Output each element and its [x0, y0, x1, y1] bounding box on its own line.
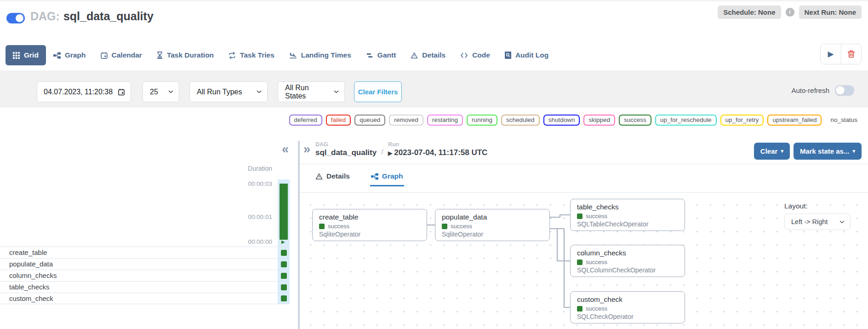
state-badge-removed[interactable]: removed — [389, 115, 423, 126]
tab-label: Gantt — [377, 51, 396, 59]
toggle-knob — [16, 14, 23, 22]
graph-node-create-table[interactable]: create_table success SqliteOperator — [312, 209, 427, 241]
breadcrumb-dag-value[interactable]: sql_data_quality — [315, 148, 377, 157]
page-size-select[interactable]: 25 — [143, 81, 179, 102]
retry-arrows-icon — [228, 52, 236, 59]
base-date-input[interactable] — [44, 88, 113, 96]
task-row-table-checks[interactable]: table_checks — [0, 281, 290, 293]
task-instance-cell[interactable] — [278, 293, 290, 304]
run-states-select[interactable]: All Run States — [278, 81, 345, 102]
state-badge-running[interactable]: running — [467, 115, 497, 126]
plane-landing-icon — [289, 52, 297, 59]
tab-grid[interactable]: Grid — [6, 45, 46, 65]
graph-node-column-checks[interactable]: column_checks success SQLColumnCheckOper… — [570, 245, 685, 277]
graph-icon — [371, 173, 378, 180]
state-badge-up-for-retry[interactable]: up_for_retry — [720, 115, 764, 126]
run-tab-details[interactable]: Details — [314, 169, 351, 186]
state-badge-upstream-failed[interactable]: upstream_failed — [767, 115, 822, 126]
base-date-field[interactable] — [37, 81, 131, 102]
state-badge-up-for-reschedule[interactable]: up_for_reschedule — [655, 115, 717, 126]
duration-tick: 00:00:03 — [248, 180, 272, 187]
toggle-knob — [836, 86, 845, 95]
dag-pause-toggle[interactable] — [6, 13, 25, 23]
expand-panel-icon[interactable]: » — [303, 142, 310, 156]
page-header: DAG:sql_data_quality Schedule: None i Ne… — [0, 3, 868, 31]
auto-refresh-control: Auto-refresh — [791, 85, 854, 96]
state-badge-skipped[interactable]: skipped — [583, 115, 615, 126]
tab-label: Task Tries — [240, 51, 274, 59]
breadcrumb-run-value[interactable]: ▶2023-07-04, 11:17:58 UTC — [388, 148, 487, 157]
node-state: success — [586, 213, 607, 219]
node-title: create_table — [319, 213, 420, 221]
duration-axis-label: Duration — [248, 165, 272, 172]
tab-label: Landing Times — [301, 51, 351, 59]
state-badge-scheduled[interactable]: scheduled — [501, 115, 540, 126]
auto-refresh-toggle[interactable] — [835, 85, 854, 96]
node-state: success — [328, 223, 349, 230]
state-badge-shutdown[interactable]: shutdown — [543, 115, 580, 126]
run-types-select[interactable]: All Run Types — [189, 81, 268, 102]
task-instance-cell[interactable] — [278, 282, 290, 293]
run-type-play-icon: ▶ — [388, 150, 392, 156]
run-tab-graph[interactable]: Graph — [370, 169, 404, 186]
tab-landing-times[interactable]: Landing Times — [282, 45, 359, 65]
graph-node-custom-check[interactable]: custom_check success SQLCheckOperator — [570, 291, 685, 323]
filter-bar: 25 All Run Types All Run States Clear Fi… — [0, 70, 868, 108]
mark-state-button[interactable]: Mark state as...▾ — [794, 143, 862, 160]
tab-code[interactable]: Code — [453, 45, 497, 65]
node-title: table_checks — [577, 203, 678, 211]
chevron-down-icon — [168, 90, 173, 93]
node-state: success — [451, 223, 472, 230]
tab-graph[interactable]: Graph — [46, 45, 93, 65]
tab-audit-log[interactable]: Audit Log — [497, 45, 556, 65]
task-instance-cell[interactable] — [278, 247, 290, 258]
state-badge-success[interactable]: success — [619, 115, 651, 126]
task-instance-cell[interactable] — [278, 270, 290, 281]
state-badge-restarting[interactable]: restarting — [427, 115, 463, 126]
dag-run-duration-bar[interactable]: ▶ — [278, 179, 290, 247]
task-row-column-checks[interactable]: column_checks — [0, 270, 290, 281]
graph-layout-control: Layout: Left -> Right — [784, 202, 851, 230]
state-badge-queued[interactable]: queued — [354, 115, 385, 126]
graph-node-populate-data[interactable]: populate_data success SqliteOperator — [435, 209, 550, 241]
node-operator: SqliteOperator — [442, 231, 543, 238]
tab-task-tries[interactable]: Task Tries — [221, 45, 282, 65]
task-row-populate-data[interactable]: populate_data — [0, 258, 290, 270]
state-badge-deferred[interactable]: deferred — [289, 115, 322, 126]
run-states-value: All Run States — [285, 84, 329, 100]
clear-run-button[interactable]: Clear▾ — [754, 143, 790, 160]
main-content: « Duration 00:00:03 00:00:01 00:00:00 ▶ … — [0, 141, 868, 329]
success-square — [577, 306, 582, 312]
state-badge-no-status[interactable]: no_status — [825, 115, 862, 126]
layout-direction-select[interactable]: Left -> Right — [784, 214, 851, 230]
tab-label: Details — [326, 172, 350, 180]
task-list: create_table populate_data column_checks… — [0, 247, 290, 304]
tab-details[interactable]: Details — [403, 45, 453, 65]
run-detail-tabs: Details Graph — [314, 169, 404, 186]
task-row-create-table[interactable]: create_table — [0, 247, 290, 258]
tab-gantt[interactable]: Gantt — [359, 45, 403, 65]
node-operator: SQLTableCheckOperator — [577, 220, 678, 228]
info-icon[interactable]: i — [786, 8, 794, 17]
dag-label: DAG: — [30, 10, 60, 23]
tab-calendar[interactable]: Calendar — [93, 45, 149, 65]
node-state: success — [586, 259, 607, 266]
collapse-panel-icon[interactable]: « — [282, 142, 289, 156]
tab-label: Graph — [382, 172, 403, 180]
graph-node-table-checks[interactable]: table_checks success SQLTableCheckOperat… — [570, 199, 685, 231]
tab-label: Calendar — [112, 51, 142, 59]
breadcrumb-separator: / — [381, 148, 383, 157]
airflow-dag-page: DAG:sql_data_quality Schedule: None i Ne… — [0, 0, 868, 329]
clear-filters-button[interactable]: Clear Filters — [354, 81, 402, 102]
grid-panel: « Duration 00:00:03 00:00:01 00:00:00 ▶ … — [0, 141, 298, 329]
delete-dag-button[interactable] — [841, 44, 861, 64]
grid-icon — [13, 52, 20, 59]
divider — [300, 164, 868, 164]
task-row-custom-check[interactable]: custom_check — [0, 293, 290, 304]
trigger-dag-button[interactable]: ▶ — [821, 44, 841, 64]
graph-canvas: create_table success SqliteOperator popu… — [300, 192, 868, 329]
task-instance-cell[interactable] — [278, 259, 290, 270]
node-operator: SqliteOperator — [319, 231, 420, 238]
tab-task-duration[interactable]: Task Duration — [149, 45, 221, 65]
state-badge-failed[interactable]: failed — [326, 115, 351, 126]
